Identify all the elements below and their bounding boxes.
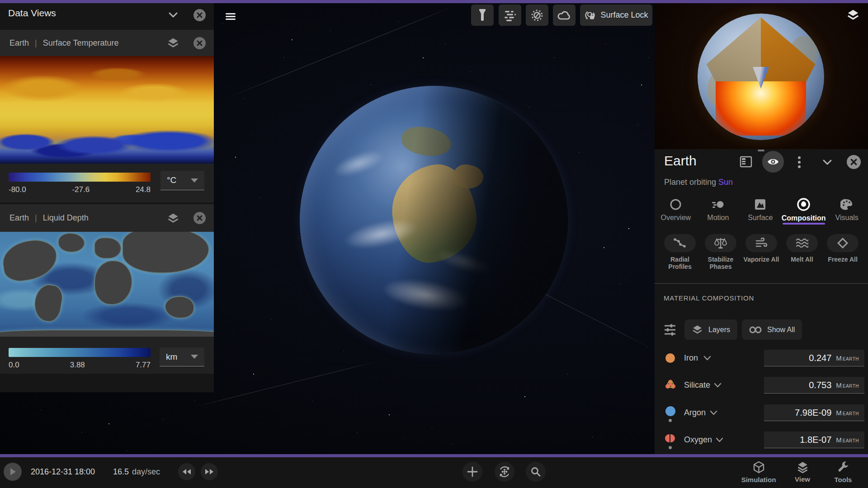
layers-icon[interactable] <box>846 8 860 22</box>
unit-mass: M <box>836 409 842 417</box>
layers-icon[interactable] <box>167 37 179 49</box>
eye-icon <box>767 157 779 166</box>
depth-colorbar <box>9 348 151 357</box>
continent <box>94 237 122 259</box>
add-object-button[interactable] <box>462 462 482 482</box>
silicate-material-icon <box>665 379 676 390</box>
action-label: Vaporize All <box>740 256 783 263</box>
sim-datetime[interactable]: 2016-12-31 18:00 <box>31 467 95 477</box>
menu-hamburger-button[interactable] <box>224 10 237 23</box>
dropdown-arrow-icon <box>191 355 198 359</box>
parent-body-link[interactable]: Sun <box>718 178 733 187</box>
separator: | <box>35 213 37 223</box>
radial-profiles-button[interactable]: Radial Profiles <box>663 234 697 270</box>
tab-overview[interactable]: Overview <box>655 196 697 222</box>
surface-lock-button[interactable]: Surface Lock <box>580 5 652 26</box>
slow-down-button[interactable] <box>178 463 195 480</box>
close-dataview-button[interactable] <box>193 37 206 49</box>
sim-rate-value[interactable]: 16.5 <box>113 467 129 477</box>
more-options-kebab-icon[interactable] <box>797 156 801 169</box>
material-value-field[interactable]: 7.98E-09 MEARTH <box>764 404 864 421</box>
resize-handle[interactable] <box>758 150 764 151</box>
material-row-argon: Argon 7.98E-09 MEARTH <box>655 404 868 430</box>
oxygen-material-icon <box>665 433 676 443</box>
search-button[interactable] <box>526 462 546 482</box>
material-value: 7.98E-09 <box>795 408 831 418</box>
material-name: Silicate <box>684 380 710 390</box>
dataview-card-header[interactable]: Earth | Liquid Depth <box>0 204 214 232</box>
surface-temperature-map[interactable] <box>0 56 214 164</box>
tab-surface[interactable]: Surface <box>739 196 782 222</box>
close-dataview-button[interactable] <box>193 212 206 224</box>
tab-visuals[interactable]: Visuals <box>826 196 868 222</box>
dataview-footer: 0.0 3.88 7.77 km <box>0 337 214 374</box>
simulation-menu-button[interactable]: Simulation <box>738 461 779 483</box>
temperature-colorbar <box>9 173 151 182</box>
vaporize-all-button[interactable]: Vaporize All <box>744 234 778 270</box>
material-value-field[interactable]: 0.247 MEARTH <box>764 350 864 366</box>
bottom-accent-bar <box>0 454 868 457</box>
track-orbit-icon <box>498 465 511 478</box>
dropdown-arrow-icon <box>191 178 198 183</box>
liquid-depth-map[interactable] <box>0 232 214 337</box>
stabilize-phases-button[interactable]: Stabilize Phases <box>703 234 738 270</box>
collapse-chevron-icon[interactable] <box>822 159 833 166</box>
continent <box>165 296 194 319</box>
cutaway-sphere <box>698 14 824 140</box>
clouds-tool-button[interactable] <box>553 5 576 26</box>
close-body-panel-button[interactable] <box>847 155 861 169</box>
tab-label: Overview <box>660 214 691 222</box>
material-expand-chevron-icon[interactable] <box>716 437 723 443</box>
earth-globe[interactable] <box>300 86 568 354</box>
dataview-card-header[interactable]: Earth | Surface Temperature <box>0 30 214 56</box>
dataview-metric: Surface Temperature <box>43 38 119 48</box>
material-value-field[interactable]: 1.8E-07 MEARTH <box>764 432 864 448</box>
collapse-chevron-icon[interactable] <box>168 11 178 19</box>
filter-sliders-icon[interactable] <box>664 323 676 337</box>
flashlight-tool-button[interactable] <box>471 5 494 26</box>
tools-menu-button[interactable]: Tools <box>823 461 863 483</box>
scale-balance-icon <box>714 237 727 249</box>
material-row-silicate: Silicate 0.753 MEARTH <box>655 377 868 399</box>
material-expand-chevron-icon[interactable] <box>703 356 711 361</box>
visibility-toggle-button[interactable] <box>762 151 784 173</box>
play-button[interactable] <box>4 463 22 481</box>
section-title: MATERIAL COMPOSITION <box>664 294 754 302</box>
view-menu-button[interactable]: View <box>782 461 823 483</box>
body-info-panel: Earth Planet orbiting Sun Overview Motio… <box>655 3 868 454</box>
speed-up-button[interactable] <box>201 463 218 480</box>
material-expand-chevron-icon[interactable] <box>710 410 717 416</box>
body-subtitle: Planet orbiting Sun <box>664 178 733 187</box>
scale-mid: 3.88 <box>70 361 85 370</box>
unit-earth: EARTH <box>843 384 859 389</box>
unit-dropdown[interactable]: °C <box>160 171 204 190</box>
particles-tool-button[interactable] <box>499 5 521 26</box>
continent <box>58 233 85 252</box>
material-expand-chevron-icon[interactable] <box>714 383 722 388</box>
iron-material-icon <box>665 353 675 363</box>
freeze-all-button[interactable]: Freeze All <box>826 234 860 270</box>
material-name: Argon <box>684 408 706 418</box>
layers-filter-button[interactable]: Layers <box>684 319 737 340</box>
scale-labels: 0.0 3.88 7.77 <box>9 361 151 370</box>
separator: | <box>35 38 37 48</box>
layers-icon[interactable] <box>167 212 179 225</box>
panel-layout-icon[interactable] <box>740 156 752 168</box>
tab-composition[interactable]: Composition <box>782 195 826 222</box>
unit-dropdown[interactable]: km <box>160 347 204 366</box>
melt-all-button[interactable]: Melt All <box>785 234 819 270</box>
subtitle-text: Planet orbiting <box>664 178 716 187</box>
material-value-field[interactable]: 0.753 MEARTH <box>764 377 864 394</box>
cutaway-view[interactable] <box>655 3 868 149</box>
trails-tool-button[interactable] <box>526 5 548 26</box>
close-panel-button[interactable] <box>193 9 206 21</box>
flashlight-icon <box>477 9 487 22</box>
layers-icon <box>797 461 809 473</box>
tab-motion[interactable]: Motion <box>697 196 740 222</box>
dotted-circle-icon <box>531 9 543 22</box>
show-all-filter-button[interactable]: Show All <box>742 319 802 340</box>
material-name: Iron <box>684 353 698 363</box>
tab-label: Motion <box>707 214 729 222</box>
track-object-button[interactable] <box>495 462 514 482</box>
sim-rate-unit: day/sec <box>132 467 160 477</box>
